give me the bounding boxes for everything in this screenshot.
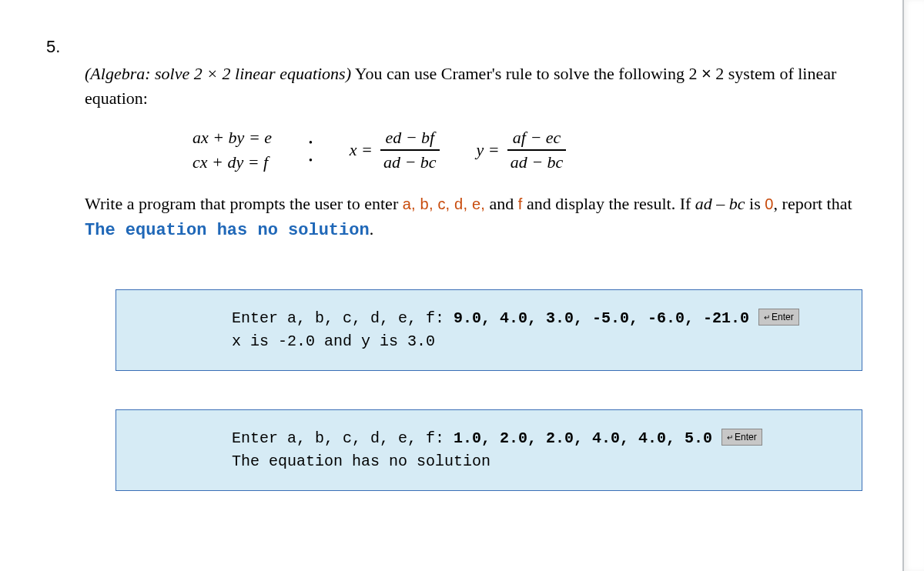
- equation-line-1: ax + by = e: [192, 128, 272, 148]
- cond-adbc: ad – bc: [695, 194, 745, 213]
- body-comma: , report that: [774, 194, 852, 213]
- instruction-paragraph: Write a program that prompts the user to…: [85, 191, 870, 243]
- x-lhs: x =: [350, 140, 373, 160]
- intro-text-1: You can use Cramer's rule to solve the f…: [351, 64, 701, 83]
- example2-output: The equation has no solution: [232, 450, 845, 473]
- example2-input: 1.0, 2.0, 2.0, 4.0, 4.0, 5.0: [454, 429, 712, 447]
- intro-italic: (Algebra: solve 2 × 2 linear equations): [85, 64, 351, 83]
- example-box-1: Enter a, b, c, d, e, f: 9.0, 4.0, 3.0, -…: [116, 289, 862, 371]
- x-fraction: ed − bf ad − bc: [380, 128, 440, 172]
- y-solution: y = af − ec ad − bc: [477, 128, 567, 172]
- enter-key-icon: Enter: [721, 429, 762, 446]
- example2-prompt: Enter a, b, c, d, e, f:: [232, 429, 454, 447]
- times-symbol: ×: [701, 64, 711, 83]
- x-denominator: ad − bc: [380, 152, 440, 172]
- example1-prompt: Enter a, b, c, d, e, f:: [232, 309, 454, 327]
- example1-output: x is -2.0 and y is 3.0: [232, 330, 845, 353]
- equation-line-2: cx + dy = f: [192, 152, 272, 172]
- y-denominator: ad − bc: [507, 152, 567, 172]
- body-period: .: [370, 219, 374, 239]
- math-row: ax + by = e cx + dy = f ●● x = ed − bf a…: [192, 128, 870, 172]
- enter-key-icon: Enter: [758, 309, 799, 326]
- y-fraction: af − ec ad − bc: [507, 128, 567, 172]
- body-and: and: [485, 194, 518, 213]
- x-numerator: ed − bf: [382, 128, 437, 148]
- body-is: is: [745, 194, 765, 213]
- y-lhs: y =: [477, 140, 500, 160]
- question-number: 5.: [46, 37, 69, 57]
- page-gutter: [902, 0, 924, 560]
- vars-abcde: a, b, c, d, e,: [403, 195, 485, 212]
- question-content: (Algebra: solve 2 × 2 linear equations) …: [85, 31, 870, 529]
- no-solution-msg: The equation has no solution: [85, 221, 370, 240]
- dot-indicators: ●●: [309, 139, 313, 163]
- y-numerator: af − ec: [510, 128, 564, 148]
- zero-value: 0: [765, 195, 773, 212]
- x-solution: x = ed − bf ad − bc: [350, 128, 440, 172]
- example1-input: 9.0, 4.0, 3.0, -5.0, -6.0, -21.0: [454, 309, 749, 327]
- body-part1: Write a program that prompts the user to…: [85, 194, 403, 213]
- body-part2: and display the result. If: [523, 194, 695, 213]
- intro-paragraph: (Algebra: solve 2 × 2 linear equations) …: [85, 62, 870, 111]
- equation-system: ax + by = e cx + dy = f: [192, 128, 272, 172]
- example-box-2: Enter a, b, c, d, e, f: 1.0, 2.0, 2.0, 4…: [116, 409, 862, 491]
